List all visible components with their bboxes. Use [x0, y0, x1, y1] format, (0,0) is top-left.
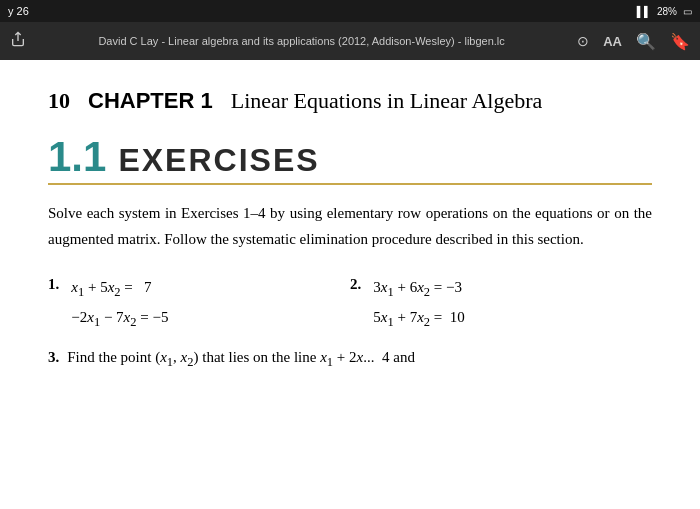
exercise-3-number: 3. — [48, 349, 59, 366]
exercise-1-content: x1 + 5x2 = 7 −2x1 − 7x2 = −5 — [71, 274, 168, 333]
bookmark-icon[interactable]: 🔖 — [670, 32, 690, 51]
status-time: y 26 — [8, 5, 29, 17]
exercise-2-line-2: 5x1 + 7x2 = 10 — [373, 304, 465, 334]
chapter-label: CHAPTER 1 — [88, 88, 213, 114]
search-icon[interactable]: 🔍 — [636, 32, 656, 51]
section-heading: 1.1 EXERCISES — [48, 136, 652, 179]
exercise-1: 1. x1 + 5x2 = 7 −2x1 − 7x2 = −5 — [48, 274, 350, 333]
battery-icon: ▭ — [683, 6, 692, 17]
chapter-title: Linear Equations in Linear Algebra — [231, 88, 543, 114]
exercise-1-line-1: x1 + 5x2 = 7 — [71, 274, 168, 304]
aa-button[interactable]: AA — [603, 34, 622, 49]
signal-icon: ▌▌ — [637, 6, 651, 17]
nav-bar-title: David C Lay - Linear algebra and its app… — [26, 35, 577, 47]
section-label: EXERCISES — [118, 142, 319, 179]
exercise-2-line-1: 3x1 + 6x2 = −3 — [373, 274, 465, 304]
nav-bar: David C Lay - Linear algebra and its app… — [0, 22, 700, 60]
intro-text: Solve each system in Exercises 1–4 by us… — [48, 201, 652, 252]
chapter-number: 10 — [48, 88, 70, 114]
exercise-1-number: 1. — [48, 274, 59, 293]
exercise-2-number: 2. — [350, 274, 361, 293]
share-icon[interactable] — [10, 31, 26, 51]
status-bar-right: ▌▌ 28% ▭ — [637, 6, 692, 17]
section-divider — [48, 183, 652, 185]
nav-bar-icons: ⊙ AA 🔍 🔖 — [577, 32, 690, 51]
exercise-2-content: 3x1 + 6x2 = −3 5x1 + 7x2 = 10 — [373, 274, 465, 333]
exercise-1-col: 1. x1 + 5x2 = 7 −2x1 − 7x2 = −5 — [48, 274, 350, 339]
exercise-3-cutoff: 3. Find the point (x1, x2) that lies on … — [48, 349, 652, 370]
main-content: 10 CHAPTER 1 Linear Equations in Linear … — [0, 60, 700, 390]
status-bar-left: y 26 — [8, 5, 29, 17]
exercises-grid: 1. x1 + 5x2 = 7 −2x1 − 7x2 = −5 2. 3x1 +… — [48, 274, 652, 339]
status-bar: y 26 ▌▌ 28% ▭ — [0, 0, 700, 22]
exercise-3-text: Find the point (x1, x2) that lies on the… — [67, 349, 415, 370]
signal-percent: 28% — [657, 6, 677, 17]
exercise-1-line-2: −2x1 − 7x2 = −5 — [71, 304, 168, 334]
reload-icon[interactable]: ⊙ — [577, 33, 589, 50]
exercise-2-col: 2. 3x1 + 6x2 = −3 5x1 + 7x2 = 10 — [350, 274, 652, 339]
exercise-2: 2. 3x1 + 6x2 = −3 5x1 + 7x2 = 10 — [350, 274, 652, 333]
section-number: 1.1 — [48, 136, 106, 178]
chapter-heading: 10 CHAPTER 1 Linear Equations in Linear … — [48, 88, 652, 114]
